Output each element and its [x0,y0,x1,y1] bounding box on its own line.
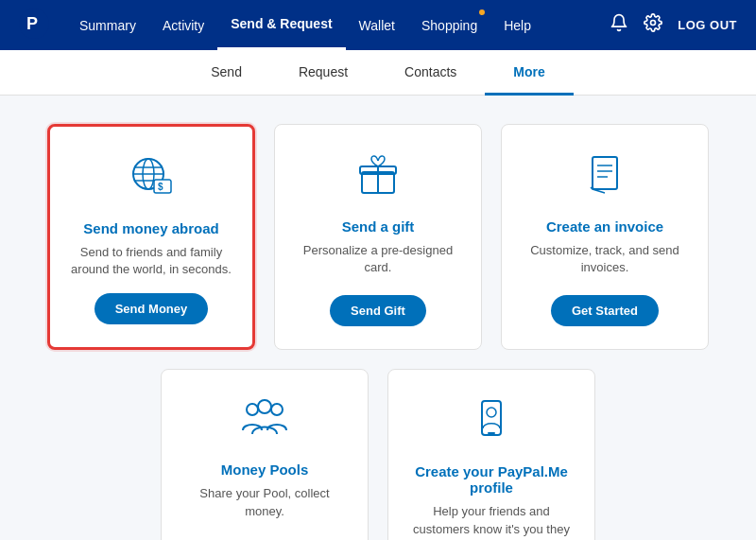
card-send-abroad: $ Send money abroad Send to friends and … [47,124,255,350]
nav-right-icons: LOG OUT [610,13,737,37]
nav-shopping[interactable]: Shopping [408,0,490,50]
cards-row-1: $ Send money abroad Send to friends and … [38,124,718,350]
invoice-icon [581,151,628,207]
card-invoice-desc: Customize, track, and send invoices. [521,242,689,280]
paypal-logo: P [19,9,66,43]
nav-summary[interactable]: Summary [66,0,149,50]
svg-point-17 [247,404,258,415]
cards-row-2: Money Pools Share your Pool, collect mon… [38,369,718,540]
card-send-abroad-desc: Send to friends and family around the wo… [69,244,233,278]
get-started-button[interactable]: Get Started [551,295,659,326]
card-paypalme: Create your PayPal.Me profile Help your … [387,369,595,540]
card-money-pools-title: Money Pools [221,462,309,478]
card-send-abroad-title: Send money abroad [83,220,218,236]
svg-point-19 [258,400,271,413]
card-paypalme-desc: Help your friends and customers know it'… [407,503,576,540]
subnav-more[interactable]: More [485,50,573,96]
top-nav: P Summary Activity Send & Request Wallet… [0,0,756,50]
send-gift-button[interactable]: Send Gift [330,295,426,326]
sub-nav: Send Request Contacts More [0,50,756,96]
card-create-invoice: Create an invoice Customize, track, and … [501,124,709,350]
subnav-contacts[interactable]: Contacts [376,50,485,96]
svg-point-2 [651,21,656,26]
card-send-gift: Send a gift Personalize a pre-designed c… [274,124,482,350]
nav-links: Summary Activity Send & Request Wallet S… [66,0,610,50]
main-content: $ Send money abroad Send to friends and … [0,96,756,540]
bell-icon[interactable] [610,13,628,37]
svg-rect-20 [482,401,501,435]
shopping-dot [479,9,485,15]
people-group-icon [239,396,290,450]
nav-send-request[interactable]: Send & Request [217,0,345,50]
gift-icon [354,151,402,207]
subnav-send[interactable]: Send [182,50,270,96]
globe-money-icon: $ [128,153,175,209]
nav-help[interactable]: Help [490,0,544,50]
svg-rect-13 [593,157,617,189]
svg-text:$: $ [158,182,163,192]
mobile-person-icon [468,396,515,452]
card-money-pools-desc: Share your Pool, collect money. [180,485,349,540]
card-paypalme-title: Create your PayPal.Me profile [407,463,576,496]
logout-button[interactable]: LOG OUT [678,18,737,32]
card-invoice-title: Create an invoice [546,218,663,235]
subnav-request[interactable]: Request [270,50,376,96]
svg-point-18 [271,404,283,415]
gear-icon[interactable] [644,13,662,37]
send-money-button[interactable]: Send Money [94,293,209,324]
nav-wallet[interactable]: Wallet [346,0,408,50]
card-send-gift-title: Send a gift [342,218,415,235]
svg-point-21 [487,408,496,417]
card-money-pools: Money Pools Share your Pool, collect mon… [161,369,369,540]
svg-text:P: P [26,14,38,33]
card-send-gift-desc: Personalize a pre-designed card. [294,242,462,280]
nav-activity[interactable]: Activity [149,0,217,50]
